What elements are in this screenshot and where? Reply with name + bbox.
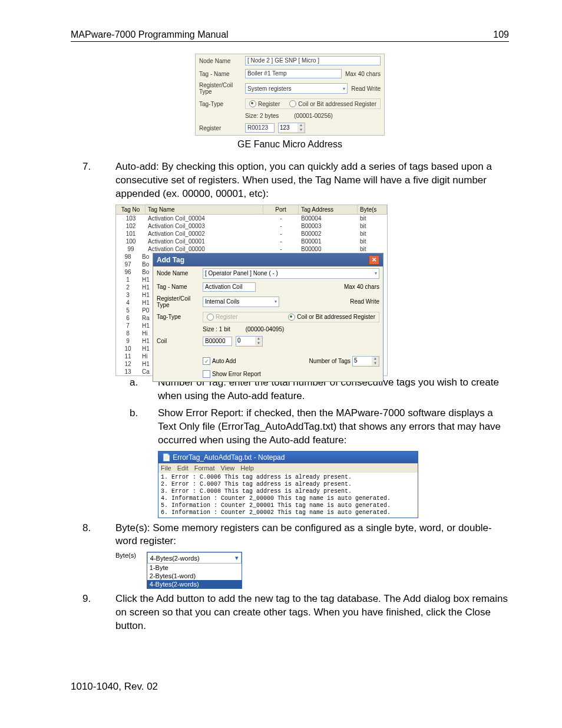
ge-fanuc-dialog: Node Name [ Node 2 ] GE SNP [ Micro ] Ta… bbox=[195, 54, 385, 136]
showerr-checkbox[interactable]: Show Error Report bbox=[203, 370, 261, 378]
at-coil-spinner[interactable]: ▲▼ bbox=[236, 336, 263, 347]
th-port: Port bbox=[263, 205, 299, 214]
bytes-option[interactable]: 4-Bytes(2-words) bbox=[147, 580, 242, 588]
numtags-spinner[interactable]: ▲▼ bbox=[352, 356, 379, 367]
page-header: MAPware-7000 Programming Manual 109 bbox=[71, 29, 509, 42]
th-tagaddr: Tag Address bbox=[299, 205, 358, 214]
regcoil-label: Register/Coil Type bbox=[199, 82, 242, 95]
table-row[interactable]: 102Activation Coil_00003-B00003bit bbox=[116, 222, 387, 230]
at-tagtype-label: Tag-Type bbox=[157, 314, 199, 320]
at-node-select[interactable]: [ Operator Panel ] None ( - ) bbox=[203, 268, 379, 279]
table-row[interactable]: 11Hi bbox=[116, 353, 153, 360]
list-item-8: 8.Byte(s): Some memory registers can be … bbox=[71, 522, 509, 549]
table-row[interactable]: 1H1 bbox=[116, 276, 153, 284]
bytes-figure: Byte(s) 4-Bytes(2-words)▾ 1-Byte2-Bytes(… bbox=[115, 552, 509, 589]
at-coil-label: Coil bbox=[157, 338, 199, 344]
autoadd-checkbox[interactable]: ✓Auto Add bbox=[203, 357, 236, 365]
table-row[interactable]: 9H1 bbox=[116, 337, 153, 345]
tagname-label: Tag - Name bbox=[199, 71, 242, 77]
table-row[interactable]: 3H1 bbox=[116, 291, 153, 299]
at-node-label: Node Name bbox=[157, 270, 199, 276]
table-row[interactable]: 4H1 bbox=[116, 299, 153, 307]
range-note: (00001-00256) bbox=[294, 113, 333, 119]
regcoil-select[interactable]: System registers bbox=[245, 83, 348, 94]
register-field[interactable]: R00123 bbox=[245, 123, 275, 133]
table-row[interactable]: 10H1 bbox=[116, 345, 153, 353]
th-bytes: Byte(s bbox=[358, 205, 387, 214]
notepad-window: 📄 ErrorTag_AutoAddTag.txt - Notepad File… bbox=[158, 451, 418, 518]
at-tagname-label: Tag - Name bbox=[157, 284, 199, 290]
table-row[interactable]: 5P0 bbox=[116, 307, 153, 314]
at-rw: Read Write bbox=[350, 298, 379, 305]
tagname-field[interactable]: Boiler #1 Temp bbox=[245, 69, 342, 78]
register-radio[interactable]: Register bbox=[249, 100, 280, 107]
table-row[interactable]: 12H1 bbox=[116, 360, 153, 368]
node-label: Node Name bbox=[199, 58, 242, 64]
add-tag-titlebar: Add Tag ✕ bbox=[153, 253, 383, 266]
coil-radio[interactable]: Coil or Bit addressed Register bbox=[289, 100, 376, 107]
at-register-radio: Register bbox=[207, 314, 237, 321]
size-note: Size: 2 bytes bbox=[245, 113, 279, 119]
table-row[interactable]: 8Hi bbox=[116, 330, 153, 337]
notepad-menu: FileEditFormatViewHelp bbox=[158, 463, 418, 473]
at-regcoil-label: Register/Coil Type bbox=[157, 295, 199, 308]
table-row[interactable]: 98Bo bbox=[116, 253, 153, 261]
list-item-9: 9.Click the Add button to add the new ta… bbox=[71, 592, 509, 633]
header-title: MAPware-7000 Programming Manual bbox=[71, 29, 229, 40]
table-row[interactable]: 97Bo bbox=[116, 261, 153, 268]
table-row[interactable]: 99Activation Coil_00000-B00000bit bbox=[116, 245, 387, 253]
table-row[interactable]: 7H1 bbox=[116, 322, 153, 330]
list-item-7b: b.Show Error Report: if checked, then th… bbox=[71, 407, 509, 447]
th-tagname: Tag Name bbox=[146, 205, 263, 214]
table-row[interactable]: 13Ca bbox=[116, 368, 153, 375]
bytes-option[interactable]: 1-Byte bbox=[147, 564, 242, 572]
table-row[interactable]: 2H1 bbox=[116, 284, 153, 291]
tag-table: Tag No Tag Name Port Tag Address Byte(s … bbox=[115, 205, 388, 376]
at-size: Size : 1 bit bbox=[203, 326, 230, 332]
notepad-menu-view[interactable]: View bbox=[221, 465, 235, 472]
footer: 1010-1040, Rev. 02 bbox=[71, 681, 158, 693]
th-tagno: Tag No bbox=[116, 205, 146, 214]
numtags-label: Number of Tags bbox=[309, 358, 351, 364]
close-icon[interactable]: ✕ bbox=[369, 255, 379, 265]
table-row[interactable]: 100Activation Coil_00001-B00001bit bbox=[116, 238, 387, 245]
tagtype-label: Tag-Type bbox=[199, 101, 242, 107]
notepad-menu-format[interactable]: Format bbox=[194, 465, 215, 472]
node-name-field[interactable]: [ Node 2 ] GE SNP [ Micro ] bbox=[245, 56, 381, 65]
readwrite-note: Read Write bbox=[351, 85, 381, 92]
at-maxchars: Max 40 chars bbox=[344, 284, 379, 290]
at-range: (00000-04095) bbox=[246, 326, 285, 332]
at-regcoil-select[interactable]: Internal Coils bbox=[203, 297, 279, 307]
table-row[interactable]: 96Bo bbox=[116, 268, 153, 276]
table-row[interactable]: 103Activation Coil_00004-B00004bit bbox=[116, 215, 387, 222]
notepad-menu-help[interactable]: Help bbox=[240, 465, 254, 472]
register-label: Register bbox=[199, 125, 242, 131]
bytes-select[interactable]: 4-Bytes(2-words)▾ bbox=[147, 552, 242, 564]
at-coil-field[interactable]: B00000 bbox=[203, 337, 232, 346]
table-row[interactable]: 101Activation Coil_00002-B00002bit bbox=[116, 230, 387, 238]
register-spinner[interactable]: ▲▼ bbox=[278, 123, 305, 133]
add-tag-dialog: Add Tag ✕ Node Name [ Operator Panel ] N… bbox=[153, 253, 384, 382]
notepad-menu-edit[interactable]: Edit bbox=[177, 465, 189, 472]
max-chars-note: Max 40 chars bbox=[345, 71, 381, 77]
bytes-label: Byte(s) bbox=[115, 552, 136, 559]
notepad-body: 1. Error : C.0006 This tag address is al… bbox=[158, 473, 418, 518]
figure-caption-1: GE Fanuc Micro Address bbox=[71, 139, 509, 150]
notepad-menu-file[interactable]: File bbox=[161, 465, 171, 472]
bytes-option[interactable]: 2-Bytes(1-word) bbox=[147, 572, 242, 580]
table-row[interactable]: 6Ra bbox=[116, 314, 153, 322]
header-page: 109 bbox=[493, 29, 509, 40]
list-item-7: 7.Auto-add: By checking this option, you… bbox=[71, 160, 509, 201]
notepad-title: 📄 ErrorTag_AutoAddTag.txt - Notepad bbox=[158, 452, 418, 463]
at-tagname-field[interactable]: Activation Coil bbox=[203, 282, 256, 292]
at-coil-radio[interactable]: Coil or Bit addressed Register bbox=[288, 314, 375, 321]
